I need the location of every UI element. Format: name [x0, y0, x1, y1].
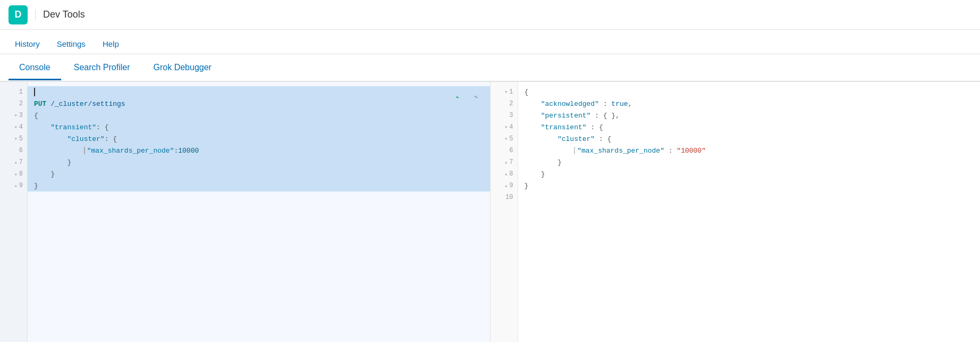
line-num-7: ▴7: [0, 156, 27, 168]
nav-help[interactable]: Help: [96, 35, 125, 53]
resp-line-num-8: ▴8: [491, 168, 518, 180]
editor-line-1[interactable]: 🔧: [28, 86, 490, 98]
main-content: 1 2 ▾3 ▾4 ▾5 6 ▴7 ▴8 ▴9: [0, 82, 980, 342]
resp-line-num-6: 6: [491, 145, 518, 156]
tab-console[interactable]: Console: [9, 56, 61, 80]
resp-line-num-1: ▾1: [491, 86, 518, 98]
app-title: Dev Tools: [35, 9, 85, 20]
tab-search-profiler[interactable]: Search Profiler: [63, 56, 141, 80]
editor-code-area: 1 2 ▾3 ▾4 ▾5 6 ▴7 ▴8 ▴9: [0, 82, 490, 342]
editor-line-3[interactable]: {: [28, 110, 490, 121]
response-line-numbers: ▾1 2 3 ▾4 ▾5 6 ▴7 ▴8 ▴9 10: [491, 82, 518, 342]
resp-line-num-3: 3: [491, 110, 518, 121]
resp-line-4: "transient" : {: [518, 121, 981, 133]
nav-bar: History Settings Help: [0, 30, 980, 54]
editor-line-6[interactable]: "max_shards_per_node":10000: [28, 145, 490, 156]
editor-line-2[interactable]: PUT /_cluster/settings: [28, 98, 490, 110]
resp-line-num-7: ▴7: [491, 156, 518, 168]
app-header: D Dev Tools: [0, 0, 980, 30]
editor-line-numbers: 1 2 ▾3 ▾4 ▾5 6 ▴7 ▴8 ▴9: [0, 82, 28, 342]
line-num-9: ▴9: [0, 180, 27, 191]
resp-line-num-9: ▴9: [491, 180, 518, 191]
line-num-5: ▾5: [0, 133, 27, 145]
resp-line-num-2: 2: [491, 98, 518, 110]
editor-line-8[interactable]: }: [28, 168, 490, 180]
editor-line-4[interactable]: "transient": {: [28, 121, 490, 133]
nav-history[interactable]: History: [9, 35, 46, 53]
line-num-3: ▾3: [0, 110, 27, 121]
tab-bar: Console Search Profiler Grok Debugger: [0, 54, 980, 82]
line-num-1: 1: [0, 86, 27, 98]
resp-line-num-10: 10: [491, 191, 518, 203]
editor-line-9[interactable]: }: [28, 180, 490, 191]
resp-line-6: "max_shards_per_node" : "10000": [518, 145, 981, 156]
resp-line-7: }: [518, 156, 981, 168]
line-num-8: ▴8: [0, 168, 27, 180]
editor-line-7[interactable]: }: [28, 156, 490, 168]
resp-line-1: {: [518, 86, 981, 98]
resp-line-num-4: ▾4: [491, 121, 518, 133]
response-code-content: { "acknowledged" : true , "persistent" :…: [518, 82, 981, 342]
response-code-area: ▾1 2 3 ▾4 ▾5 6 ▴7 ▴8 ▴9 10 {: [491, 82, 981, 342]
resp-line-2: "acknowledged" : true ,: [518, 98, 981, 110]
resp-line-num-5: ▾5: [491, 133, 518, 145]
line-num-6: 6: [0, 145, 27, 156]
nav-settings[interactable]: Settings: [50, 35, 92, 53]
resp-line-5: "cluster" : {: [518, 133, 981, 145]
resp-line-9: }: [518, 180, 981, 191]
resp-line-3: "persistent" : { },: [518, 110, 981, 121]
editor-code-content[interactable]: 🔧 PUT /_cluster/settings { "transient": …: [28, 82, 490, 342]
editor-line-5[interactable]: "cluster": {: [28, 133, 490, 145]
tab-grok-debugger[interactable]: Grok Debugger: [143, 56, 222, 80]
resp-line-8: }: [518, 168, 981, 180]
editor-panel: 1 2 ▾3 ▾4 ▾5 6 ▴7 ▴8 ▴9: [0, 82, 491, 342]
app-logo: D: [9, 5, 28, 24]
line-num-4: ▾4: [0, 121, 27, 133]
line-num-2: 2: [0, 98, 27, 110]
response-panel: ▾1 2 3 ▾4 ▾5 6 ▴7 ▴8 ▴9 10 {: [491, 82, 981, 342]
resp-line-10: [518, 191, 981, 203]
